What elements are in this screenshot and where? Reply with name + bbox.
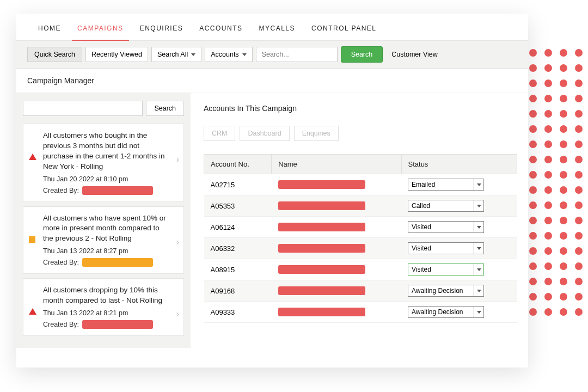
nav-item-home[interactable]: HOME bbox=[33, 24, 66, 40]
caret-down-icon bbox=[474, 200, 483, 211]
campaign-item[interactable]: ›All customers who bought in the previou… bbox=[23, 124, 184, 202]
name-cell bbox=[272, 280, 401, 302]
sidebar-search: Search bbox=[23, 101, 184, 116]
campaign-title: All customers who bought in the previous… bbox=[43, 131, 170, 172]
redacted-name bbox=[278, 265, 365, 274]
name-cell bbox=[272, 259, 401, 280]
sidebar-search-input[interactable] bbox=[23, 101, 143, 116]
status-value: Visited bbox=[408, 243, 474, 254]
status-dropdown[interactable]: Visited bbox=[408, 242, 484, 254]
campaign-title: All customers who have spent 10% or more… bbox=[43, 213, 170, 244]
status-cell: Visited bbox=[401, 238, 517, 259]
caret-down-icon bbox=[474, 285, 483, 296]
status-dropdown[interactable]: Awaiting Decision bbox=[408, 285, 484, 297]
nav-item-campaigns[interactable]: CAMPAIGNS bbox=[72, 24, 129, 41]
campaign-date: Thu Jan 13 2022 at 8:27 pm bbox=[43, 247, 170, 255]
page-title: Campaign Manager bbox=[16, 69, 528, 93]
redacted-name bbox=[278, 180, 365, 189]
caret-down-icon bbox=[474, 264, 483, 275]
status-value: Awaiting Decision bbox=[408, 307, 474, 317]
tab-dashboard[interactable]: Dashboard bbox=[240, 126, 289, 141]
status-cell: Called bbox=[401, 195, 517, 217]
campaign-list: ›All customers who bought in the previou… bbox=[23, 124, 184, 336]
triangle-icon bbox=[29, 154, 36, 160]
status-cell: Visited bbox=[401, 259, 517, 280]
main-panel: Accounts In This Campaign CRMDashboardEn… bbox=[191, 93, 528, 348]
search-all-dropdown[interactable]: Search All bbox=[151, 47, 201, 62]
table-body: A02715EmailedA05353CalledA06124VisitedA0… bbox=[204, 174, 517, 323]
chevron-right-icon: › bbox=[176, 237, 179, 247]
nav-item-control-panel[interactable]: CONTROL PANEL bbox=[306, 24, 382, 40]
caret-down-icon bbox=[242, 53, 247, 56]
nav-item-enquiries[interactable]: ENQUIRIES bbox=[134, 24, 189, 40]
column-header: Account No. bbox=[204, 155, 272, 174]
account-no-cell: A09333 bbox=[204, 302, 272, 323]
accounts-table: Account No.NameStatus A02715EmailedA0535… bbox=[204, 154, 517, 323]
caret-down-icon bbox=[474, 307, 483, 317]
redacted-name bbox=[278, 244, 365, 253]
recently-viewed-label[interactable]: Recently Viewed bbox=[85, 47, 148, 62]
table-row: A08915Visited bbox=[204, 259, 517, 280]
name-cell bbox=[272, 174, 401, 195]
square-icon bbox=[29, 236, 35, 243]
redacted-name bbox=[278, 223, 365, 231]
tab-row: CRMDashboardEnquiries bbox=[204, 126, 517, 141]
search-button[interactable]: Search bbox=[341, 46, 383, 63]
table-row: A02715Emailed bbox=[204, 174, 517, 195]
status-dropdown[interactable]: Visited bbox=[408, 264, 484, 275]
sidebar-search-button[interactable]: Search bbox=[146, 101, 184, 116]
redacted-name bbox=[278, 286, 365, 295]
quick-search-button[interactable]: Quick Search bbox=[27, 47, 82, 62]
triangle-icon bbox=[29, 308, 36, 315]
main-title: Accounts In This Campaign bbox=[204, 104, 517, 113]
table-row: A06124Visited bbox=[204, 217, 517, 238]
campaign-item[interactable]: ›All customers who have spent 10% or mor… bbox=[23, 206, 184, 274]
campaign-sidebar: Search ›All customers who bought in the … bbox=[16, 93, 191, 348]
column-header: Name bbox=[272, 155, 401, 174]
campaign-item[interactable]: ›All customers dropping by 10% this mont… bbox=[23, 278, 184, 336]
campaign-created-by: Created By: bbox=[43, 258, 170, 267]
account-no-cell: A06332 bbox=[204, 238, 272, 259]
column-header: Status bbox=[401, 155, 517, 174]
caret-down-icon bbox=[474, 179, 483, 190]
top-nav: HOMECAMPAIGNSENQUIRIESACCOUNTSMYCALLSCON… bbox=[16, 14, 528, 41]
nav-item-accounts[interactable]: ACCOUNTS bbox=[194, 24, 248, 40]
name-cell bbox=[272, 238, 401, 259]
status-dropdown[interactable]: Emailed bbox=[408, 179, 484, 191]
caret-down-icon bbox=[474, 243, 483, 254]
status-dropdown[interactable]: Awaiting Decision bbox=[408, 306, 484, 318]
redacted-name bbox=[82, 258, 153, 267]
caret-down-icon bbox=[474, 222, 483, 232]
customer-view-link[interactable]: Customer View bbox=[386, 47, 443, 62]
status-dropdown[interactable]: Called bbox=[408, 200, 484, 212]
table-row: A06332Visited bbox=[204, 238, 517, 259]
status-value: Called bbox=[408, 200, 474, 211]
status-dropdown[interactable]: Visited bbox=[408, 221, 484, 233]
status-value: Visited bbox=[408, 264, 474, 275]
status-cell: Awaiting Decision bbox=[401, 302, 517, 323]
status-cell: Awaiting Decision bbox=[401, 280, 517, 302]
campaign-created-by: Created By: bbox=[43, 186, 170, 195]
accounts-dropdown[interactable]: Accounts bbox=[205, 47, 252, 62]
campaign-date: Thu Jan 13 2022 at 8:21 pm bbox=[43, 309, 170, 317]
status-cell: Visited bbox=[401, 217, 517, 238]
search-input[interactable] bbox=[256, 47, 338, 62]
tab-enquiries[interactable]: Enquiries bbox=[294, 126, 339, 141]
app-window: HOMECAMPAIGNSENQUIRIESACCOUNTSMYCALLSCON… bbox=[16, 14, 528, 367]
table-row: A05353Called bbox=[204, 195, 517, 217]
tab-crm[interactable]: CRM bbox=[204, 126, 235, 141]
nav-item-mycalls[interactable]: MYCALLS bbox=[253, 24, 301, 40]
campaign-title: All customers dropping by 10% this month… bbox=[43, 285, 170, 306]
status-cell: Emailed bbox=[401, 174, 517, 195]
content-area: Search ›All customers who bought in the … bbox=[16, 93, 528, 348]
name-cell bbox=[272, 217, 401, 238]
status-value: Visited bbox=[408, 222, 474, 232]
caret-down-icon bbox=[191, 53, 195, 56]
redacted-name bbox=[82, 186, 153, 195]
chevron-right-icon: › bbox=[176, 309, 179, 319]
table-header-row: Account No.NameStatus bbox=[204, 155, 517, 174]
accounts-dd-label: Accounts bbox=[211, 51, 238, 58]
redacted-name bbox=[278, 308, 365, 316]
redacted-name bbox=[278, 201, 365, 210]
account-no-cell: A05353 bbox=[204, 195, 272, 217]
